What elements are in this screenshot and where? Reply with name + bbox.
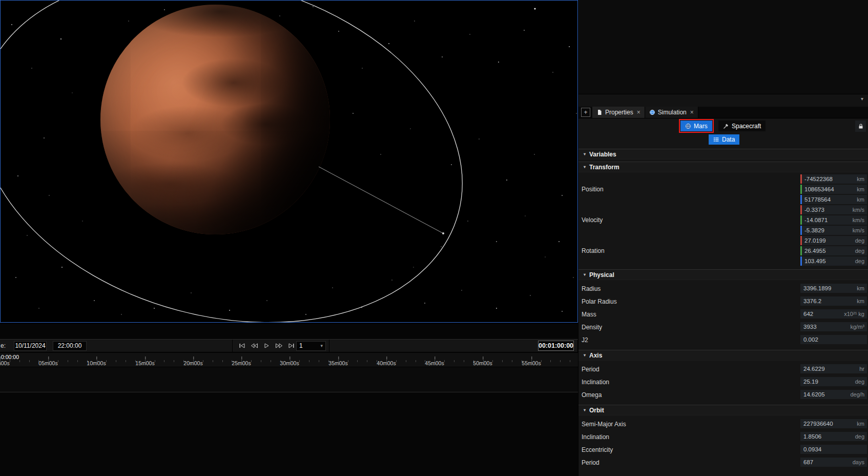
ruler-tick-label: 40m00s xyxy=(377,360,396,366)
ruler-tick-label: 35m00s xyxy=(328,360,347,366)
x-value-field[interactable]: -0.3373 km/s xyxy=(800,205,867,214)
tab-label: Simulation xyxy=(658,109,687,116)
play-icon xyxy=(263,343,270,349)
lock-button[interactable] xyxy=(855,121,866,132)
cursor-time-label: 0:00:00 xyxy=(1,354,19,360)
3d-viewport[interactable] xyxy=(0,0,578,323)
skip-to-end-button[interactable] xyxy=(286,341,296,350)
date-label-truncated: e: xyxy=(1,342,6,349)
value-field[interactable]: 3933 kg/m³ xyxy=(800,322,867,331)
section-title: Physical xyxy=(589,271,614,279)
value: 0.002 xyxy=(803,336,862,343)
value-field[interactable]: 25.19 deg xyxy=(800,377,867,386)
timeline-track[interactable] xyxy=(0,367,578,392)
value-field[interactable]: 3376.2 km xyxy=(800,296,867,306)
value: 3933 xyxy=(803,324,849,330)
section-header-orbit[interactable]: ▾ Orbit xyxy=(578,405,868,415)
timeline-date-segment: e: 10/11/2024 22:00:00 xyxy=(0,340,233,352)
value: 642 xyxy=(803,311,842,317)
chevron-down-icon: ▾ xyxy=(320,343,323,348)
unit: km xyxy=(857,176,864,182)
value-field[interactable]: 1.8506 deg xyxy=(800,432,867,441)
speed-dropdown[interactable]: 1 ▾ xyxy=(296,341,326,351)
list-icon xyxy=(713,136,719,143)
property-label: Rotation xyxy=(582,247,605,254)
unit: deg xyxy=(855,433,864,440)
property-label: Period xyxy=(582,459,600,466)
unit: km/s xyxy=(853,227,864,233)
object-selector-row: Mars Spacecraft xyxy=(578,120,868,133)
panel-collapse-caret-icon[interactable]: ▾ xyxy=(861,96,863,102)
y-value-field[interactable]: 108653464 km xyxy=(800,185,867,194)
object-label: Mars xyxy=(694,123,708,130)
value-field[interactable]: 687 days xyxy=(800,458,867,467)
timeline-ruler[interactable]: 0:00:00 00m00s 05m00s 10m00s 15m00s 20m0… xyxy=(0,353,578,367)
unit: deg xyxy=(855,237,864,244)
unit: km xyxy=(857,298,864,304)
y-value-field[interactable]: 26.4955 deg xyxy=(800,246,867,255)
value-field[interactable]: 0.0934 xyxy=(800,445,867,454)
value-field[interactable]: 3396.1899 km xyxy=(800,284,867,293)
value-field[interactable]: 0.002 xyxy=(800,335,867,344)
unit: hr xyxy=(859,366,864,372)
data-button[interactable]: Data xyxy=(709,134,739,145)
tab-properties[interactable]: Properties × xyxy=(592,107,645,118)
add-panel-button[interactable]: + xyxy=(581,108,590,117)
ruler-tick-label: 45m00s xyxy=(425,360,444,366)
orbit-overlay xyxy=(1,1,578,323)
close-icon[interactable]: × xyxy=(690,109,694,116)
rewind-button[interactable] xyxy=(249,341,259,350)
date-field[interactable]: 10/11/2024 xyxy=(14,341,47,351)
section-header-variables[interactable]: ▾ Variables xyxy=(578,149,868,160)
property-row-eccentricity: Eccentricity 0.0934 xyxy=(578,443,868,456)
time-field[interactable]: 22:00:00 xyxy=(53,341,87,351)
play-button[interactable] xyxy=(261,341,272,350)
value: 51778564 xyxy=(804,196,855,203)
close-icon[interactable]: × xyxy=(637,109,640,116)
section-title: Orbit xyxy=(589,407,604,414)
unit: km xyxy=(857,186,864,192)
property-label: Semi-Major Axis xyxy=(582,421,626,428)
section-header-physical[interactable]: ▾ Physical xyxy=(578,269,868,280)
section-header-axis[interactable]: ▾ Axis xyxy=(578,350,868,361)
value: -5.3829 xyxy=(804,227,851,233)
duration-field[interactable]: 00:01:00:00 xyxy=(538,341,574,351)
z-value-field[interactable]: 51778564 km xyxy=(800,195,867,204)
chevron-down-icon: ▾ xyxy=(584,165,586,169)
tab-simulation[interactable]: Simulation × xyxy=(645,107,698,118)
value-field[interactable]: 227936640 km xyxy=(800,419,867,428)
z-value-field[interactable]: 103.495 deg xyxy=(800,256,867,266)
y-axis-color-bar xyxy=(800,246,802,255)
spacecraft-marker xyxy=(442,232,444,234)
property-label: Inclination xyxy=(582,433,609,441)
property-label: Velocity xyxy=(582,216,603,224)
value-field[interactable]: 642 x10²¹ kg xyxy=(800,309,867,319)
x-axis-color-bar xyxy=(800,174,802,184)
value: 3396.1899 xyxy=(803,285,855,291)
orbit-radius-line xyxy=(319,167,443,233)
mars-object-button[interactable]: Mars xyxy=(680,121,712,131)
value: 0.0934 xyxy=(803,446,862,452)
x-value-field[interactable]: 27.0199 deg xyxy=(800,236,867,245)
unit: days xyxy=(853,459,864,465)
x-value-field[interactable]: -74522368 km xyxy=(800,174,867,184)
value: 24.6229 xyxy=(803,366,857,372)
z-value-field[interactable]: -5.3829 km/s xyxy=(800,226,867,235)
value-field[interactable]: 14.6205 deg/h xyxy=(800,390,867,399)
chevron-down-icon: ▾ xyxy=(584,272,586,277)
property-label: Position xyxy=(582,186,604,193)
ruler-tick-label: 20m00s xyxy=(183,360,202,366)
ruler-tick-label: 50m00s xyxy=(473,360,492,366)
unit: deg/h xyxy=(850,391,864,398)
unit: km/s xyxy=(853,217,864,223)
value: 1.8506 xyxy=(803,433,853,440)
y-value-field[interactable]: -14.0871 km/s xyxy=(800,215,867,225)
value: 103.495 xyxy=(804,258,853,264)
ruler-tick-label: 15m00s xyxy=(135,360,154,366)
value-field[interactable]: 24.6229 hr xyxy=(800,364,867,373)
spacecraft-object-button[interactable]: Spacecraft xyxy=(718,121,766,131)
skip-to-start-button[interactable] xyxy=(237,341,247,350)
section-header-transform[interactable]: ▾ Transform xyxy=(578,162,868,172)
fast-forward-button[interactable] xyxy=(274,341,284,350)
value: 14.6205 xyxy=(803,391,848,398)
